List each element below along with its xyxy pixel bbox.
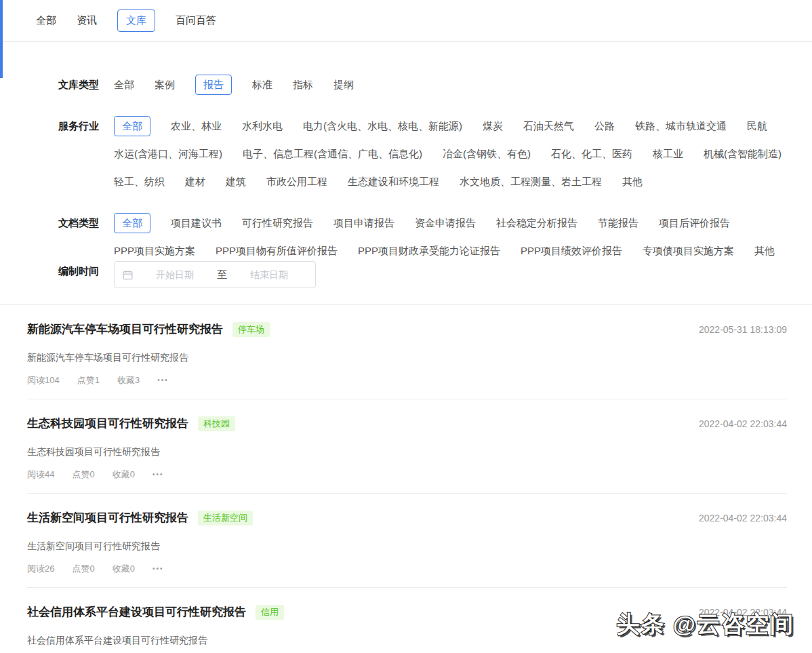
filter-option[interactable]: 专项债项目实施方案	[643, 241, 734, 261]
filter-rows: 文库类型 全部案例报告标准指标提纲 服务行业 全部农业、林业水利水电电力(含火电…	[58, 75, 792, 261]
like-count[interactable]: 点赞0	[72, 563, 94, 575]
filter-option[interactable]: 水利水电	[242, 116, 283, 136]
result-stats: 阅读104点赞1收藏3•••	[27, 374, 787, 387]
more-icon[interactable]: •••	[153, 563, 164, 575]
result-title-group: 生态科技园项目可行性研究报告 科技园	[27, 416, 235, 432]
result-timestamp: 2022-05-31 18:13:09	[699, 324, 787, 335]
filter-option[interactable]: 报告	[195, 75, 232, 95]
result-tag[interactable]: 信用	[256, 605, 284, 620]
filter-option[interactable]: 提纲	[333, 75, 354, 95]
end-date-input[interactable]	[231, 269, 307, 281]
date-filter-row: 编制时间 至	[58, 261, 792, 288]
date-range-picker[interactable]: 至	[114, 261, 316, 288]
filter-option[interactable]: 案例	[155, 75, 175, 95]
result-head: 生态科技园项目可行性研究报告 科技园 2022-04-02 22:03:44	[27, 416, 787, 432]
date-filter-label: 编制时间	[58, 261, 100, 288]
left-accent-bar	[0, 0, 3, 78]
tab[interactable]: 百问百答	[176, 10, 216, 31]
result-description[interactable]: 新能源汽车停车场项目可行性研究报告	[27, 351, 787, 363]
result-title-group: 社会信用体系平台建设项目可行性研究报告 信用	[27, 604, 284, 620]
filter-option[interactable]: 项目建议书	[171, 213, 222, 233]
filter-option[interactable]: PPP项目财政承受能力论证报告	[358, 241, 500, 261]
like-count[interactable]: 点赞1	[77, 374, 100, 387]
filter-option[interactable]: 冶金(含钢铁、有色)	[443, 144, 531, 164]
filter-option[interactable]: 市政公用工程	[266, 172, 327, 192]
filter-option[interactable]: 水运(含港口、河海工程)	[114, 144, 222, 164]
filter-option[interactable]: PPP项目实施方案	[114, 241, 195, 261]
filter-row-label: 文库类型	[58, 75, 100, 95]
result-item: 社会信用体系平台建设项目可行性研究报告 信用 2022-04-02 22:03:…	[27, 588, 787, 653]
result-tag[interactable]: 科技园	[198, 416, 235, 431]
read-count[interactable]: 阅读104	[27, 374, 60, 387]
filter-option[interactable]: 电力(含火电、水电、核电、新能源)	[303, 116, 462, 136]
tab[interactable]: 全部	[36, 10, 56, 31]
filter-option[interactable]: 生态建设和环境工程	[348, 172, 439, 192]
filter-option[interactable]: 其他	[622, 172, 643, 192]
result-title[interactable]: 社会信用体系平台建设项目可行性研究报告	[27, 604, 246, 620]
filter-option[interactable]: 煤炭	[483, 116, 503, 136]
filter-option[interactable]: 可行性研究报告	[242, 213, 313, 233]
more-icon[interactable]: •••	[157, 374, 169, 387]
result-stats: 阅读44点赞0收藏0•••	[27, 469, 787, 481]
result-item: 新能源汽车停车场项目可行性研究报告 停车场 2022-05-31 18:13:0…	[27, 305, 787, 399]
more-icon[interactable]: •••	[153, 469, 164, 481]
filter-option[interactable]: 其他	[754, 241, 775, 261]
result-head: 社会信用体系平台建设项目可行性研究报告 信用 2022-04-02 22:03:…	[27, 604, 787, 620]
filter-option[interactable]: 核工业	[653, 144, 683, 164]
filter-option[interactable]: 项目申请报告	[333, 213, 394, 233]
result-title-group: 新能源汽车停车场项目可行性研究报告 停车场	[27, 321, 270, 338]
result-title[interactable]: 生态科技园项目可行性研究报告	[27, 416, 188, 432]
filter-option[interactable]: 节能报告	[598, 213, 638, 233]
filter-option[interactable]: 指标	[293, 75, 313, 95]
result-title[interactable]: 生活新空间项目可行性研究报告	[27, 510, 188, 526]
result-description[interactable]: 社会信用体系平台建设项目可行性研究报告	[27, 634, 787, 646]
result-title[interactable]: 新能源汽车停车场项目可行性研究报告	[27, 321, 223, 338]
result-tag[interactable]: 生活新空间	[198, 511, 253, 526]
result-item: 生态科技园项目可行性研究报告 科技园 2022-04-02 22:03:44 生…	[27, 399, 787, 494]
calendar-icon	[123, 270, 133, 280]
filter-option[interactable]: 铁路、城市轨道交通	[635, 116, 727, 136]
filter-option[interactable]: 全部	[114, 75, 134, 95]
filter-option[interactable]: 机械(含智能制造)	[704, 144, 781, 164]
filter-option[interactable]: 建筑	[226, 172, 246, 192]
filter-option[interactable]: 资金申请报告	[415, 213, 476, 233]
result-description[interactable]: 生态科技园项目可行性研究报告	[27, 446, 787, 458]
filter-row: 文档类型 全部项目建议书可行性研究报告项目申请报告资金申请报告社会稳定分析报告节…	[58, 213, 792, 261]
start-date-input[interactable]	[137, 269, 213, 281]
filter-option[interactable]: 电子、信息工程(含通信、广电、信息化)	[243, 144, 422, 164]
like-count[interactable]: 点赞0	[72, 469, 94, 481]
filter-option[interactable]: 全部	[114, 213, 150, 233]
favorite-count[interactable]: 收藏0	[113, 563, 135, 575]
result-timestamp: 2022-04-02 22:03:44	[699, 607, 787, 618]
tab[interactable]: 文库	[117, 9, 155, 32]
filter-option[interactable]: 民航	[747, 116, 767, 136]
filter-option[interactable]: 水文地质、工程测量、岩土工程	[460, 172, 602, 192]
filter-option[interactable]: PPP项目绩效评价报告	[521, 241, 622, 261]
read-count[interactable]: 阅读26	[27, 563, 54, 575]
results-list: 新能源汽车停车场项目可行性研究报告 停车场 2022-05-31 18:13:0…	[0, 305, 812, 653]
favorite-count[interactable]: 收藏3	[117, 374, 140, 387]
filter-option[interactable]: PPP项目物有所值评价报告	[216, 241, 338, 261]
filter-option[interactable]: 石化、化工、医药	[551, 144, 632, 164]
tab[interactable]: 资讯	[77, 10, 97, 31]
favorite-count[interactable]: 收藏0	[113, 469, 135, 481]
result-description[interactable]: 生活新空间项目可行性研究报告	[27, 540, 787, 552]
result-tag[interactable]: 停车场	[232, 322, 270, 337]
filter-option[interactable]: 全部	[114, 116, 150, 136]
filter-option[interactable]: 标准	[252, 75, 272, 95]
filter-option[interactable]: 轻工、纺织	[114, 172, 165, 192]
filter-options: 全部农业、林业水利水电电力(含火电、水电、核电、新能源)煤炭石油天然气公路铁路、…	[114, 116, 792, 192]
tabs-bar: 全部资讯文库百问百答	[0, 0, 812, 42]
filter-option[interactable]: 公路	[594, 116, 615, 136]
filter-option[interactable]: 石油天然气	[523, 116, 574, 136]
filter-options: 全部项目建议书可行性研究报告项目申请报告资金申请报告社会稳定分析报告节能报告项目…	[114, 213, 792, 261]
filter-row: 服务行业 全部农业、林业水利水电电力(含火电、水电、核电、新能源)煤炭石油天然气…	[58, 116, 792, 192]
filter-option[interactable]: 建材	[185, 172, 205, 192]
filter-options: 全部案例报告标准指标提纲	[114, 75, 354, 95]
filter-option[interactable]: 农业、林业	[171, 116, 222, 136]
result-head: 新能源汽车停车场项目可行性研究报告 停车场 2022-05-31 18:13:0…	[27, 321, 787, 338]
filter-option[interactable]: 社会稳定分析报告	[496, 213, 577, 233]
filter-option[interactable]: 项目后评价报告	[659, 213, 730, 233]
document-library-search-page: 全部资讯文库百问百答 文库类型 全部案例报告标准指标提纲 服务行业 全部农业、林…	[0, 0, 812, 653]
read-count[interactable]: 阅读44	[27, 469, 54, 481]
